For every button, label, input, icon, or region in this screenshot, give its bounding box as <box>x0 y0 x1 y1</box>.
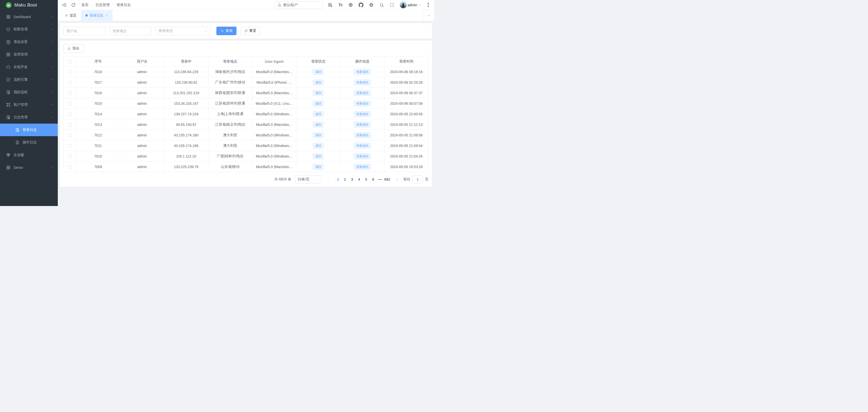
cell-username: admin <box>120 77 164 88</box>
row-checkbox[interactable] <box>68 91 72 95</box>
username-input[interactable] <box>63 27 105 35</box>
breadcrumb-item[interactable]: 首页 <box>82 3 89 7</box>
operation-badge: 登录成功 <box>354 111 371 117</box>
page-number[interactable]: 6 <box>370 176 377 183</box>
cell-location: 山东省|移动 <box>208 162 252 172</box>
sidebar-item-tenant-management[interactable]: 租户管理 <box>0 98 58 111</box>
column-header: 登录地点 <box>208 57 252 67</box>
globe-icon[interactable] <box>348 2 353 7</box>
cell-time: 2024-05-05 21:04:26 <box>384 151 428 162</box>
sidebar-item-operation-log[interactable]: 操作日志 <box>0 136 58 149</box>
page-number[interactable]: 2 <box>342 176 348 183</box>
table-header-row: 序号 用户名 登录IP 登录地点 User Agent 登录状态 操作信息 登录… <box>64 57 429 67</box>
table-card: 导出 序号 用户名 登录IP 登录地点 User Agent <box>60 41 432 187</box>
topbar-right: 默认租户 Tt admin <box>275 1 430 9</box>
status-badge: 成功 <box>313 80 324 86</box>
user-menu[interactable]: admin <box>400 1 421 8</box>
more-menu-icon[interactable] <box>427 2 430 7</box>
status-badge: 成功 <box>313 90 324 96</box>
sidebar-item-app-management[interactable]: 应用管理 <box>0 48 58 61</box>
sidebar-item-online-dev[interactable]: 在线开发 <box>0 61 58 73</box>
status-badge: 成功 <box>313 122 324 128</box>
select-all-checkbox[interactable] <box>68 60 72 64</box>
breadcrumb-item[interactable]: 日志管理 <box>95 3 110 7</box>
sidebar-item-system-settings[interactable]: 系统设置 <box>0 36 58 48</box>
row-checkbox[interactable] <box>68 165 72 169</box>
page-number[interactable]: 5 <box>363 176 370 183</box>
cell-ip: 43.155.174.160 <box>164 130 208 140</box>
tab-login-log[interactable]: 登录日志 <box>81 10 113 21</box>
login-status-select[interactable]: 登录状态 <box>155 27 211 35</box>
export-button[interactable]: 导出 <box>63 44 84 53</box>
row-checkbox[interactable] <box>68 134 72 137</box>
cell-location: 广西|桂林市|电信 <box>208 151 252 162</box>
tenant-select[interactable]: 默认租户 <box>275 1 322 9</box>
cell-time: 2024-05-06 02:20:28 <box>384 77 428 88</box>
search-icon[interactable] <box>379 2 384 7</box>
app-title: Maku Boot <box>14 2 37 8</box>
sidebar-item-permissions[interactable]: 权限管理 <box>0 23 58 36</box>
table-row: 7015 admin 153.34.233.147 江苏省|苏州市|联通 Moz… <box>64 98 429 109</box>
fullscreen-icon[interactable] <box>390 2 395 7</box>
sidebar-item-login-log[interactable]: 登录日志 <box>0 124 58 136</box>
sidebar-item-dashboard[interactable]: Dashboard <box>0 10 58 23</box>
table-row: 7010 admin 116.1.112.10 广西|桂林市|电信 Mozill… <box>64 151 429 162</box>
goto-page-input[interactable] <box>412 176 423 183</box>
tab-home[interactable]: 首页 <box>61 10 81 21</box>
row-checkbox[interactable] <box>68 81 72 85</box>
sidebar-item-workflow-engine[interactable]: 流程引擎 <box>0 73 58 86</box>
sidebar-item-my-workflow[interactable]: 我的流程 <box>0 86 58 98</box>
gitee-icon[interactable] <box>369 2 374 7</box>
table-row: 7013 admin 49.65.150.97 江苏省|南京市|电信 Mozil… <box>64 119 429 130</box>
cell-location: 陕西省|西安市|联通 <box>208 88 252 98</box>
column-header: 用户名 <box>120 57 164 67</box>
translate-icon[interactable] <box>328 2 333 7</box>
row-checkbox[interactable] <box>68 123 72 127</box>
next-page-button[interactable] <box>394 176 400 183</box>
avatar <box>400 1 407 8</box>
sidebar-collapse-icon[interactable] <box>62 2 67 7</box>
tabs-dropdown-button[interactable] <box>423 10 434 21</box>
search-button[interactable]: 查询 <box>216 27 237 35</box>
cell-id: 7013 <box>76 119 120 130</box>
row-checkbox[interactable] <box>68 70 72 74</box>
cell-time: 2024-05-05 20:53:28 <box>384 162 428 172</box>
page-number[interactable]: 4 <box>355 176 363 183</box>
tab-dot <box>65 14 68 17</box>
download-icon <box>67 47 71 50</box>
page-number[interactable]: ••• <box>377 176 384 183</box>
row-checkbox[interactable] <box>68 144 72 148</box>
cell-location: 广东省|广州市|移动 <box>208 77 252 88</box>
page-number[interactable]: 3 <box>348 176 355 183</box>
cell-username: admin <box>120 88 164 98</box>
row-checkbox[interactable] <box>68 155 72 158</box>
github-icon[interactable] <box>359 2 364 7</box>
page-number[interactable]: 1 <box>335 176 342 183</box>
username: admin <box>408 3 417 7</box>
status-badge: 成功 <box>313 111 324 117</box>
font-size-icon[interactable]: Tt <box>338 2 343 7</box>
reset-button[interactable]: 重置 <box>240 27 260 35</box>
page-number[interactable]: 692 <box>384 176 391 183</box>
row-checkbox[interactable] <box>68 102 72 105</box>
table-row: 7009 admin 120.225.239.79 山东省|移动 Mozilla… <box>64 162 429 172</box>
login-location-input[interactable] <box>109 27 152 35</box>
cell-time: 2024-05-06 08:18:16 <box>384 67 428 77</box>
tab-dot <box>86 14 88 17</box>
page-size-select[interactable]: 10条/页 <box>295 176 322 183</box>
row-checkbox[interactable] <box>68 113 72 116</box>
sidebar-item-demo[interactable]: Demo <box>0 161 58 174</box>
sidebar-item-enterprise[interactable]: 企业版 <box>0 149 58 161</box>
close-icon[interactable] <box>105 14 108 17</box>
prev-page-button[interactable] <box>326 176 331 183</box>
sidebar-item-log-management[interactable]: 日志管理 <box>0 111 58 124</box>
chevron-down-icon <box>50 53 53 56</box>
page-list: 1 2 3 4 5 6 ••• <box>335 176 391 183</box>
main-area: 首页 日志管理 登录日志 默认租户 Tt <box>58 0 434 206</box>
breadcrumb: 首页 日志管理 登录日志 <box>82 3 131 7</box>
refresh-icon[interactable] <box>71 2 76 7</box>
cell-id: 7016 <box>76 88 120 98</box>
chevron-right-icon <box>396 178 399 181</box>
cell-ip: 120.230.90.62 <box>164 77 208 88</box>
building-icon <box>277 3 281 7</box>
